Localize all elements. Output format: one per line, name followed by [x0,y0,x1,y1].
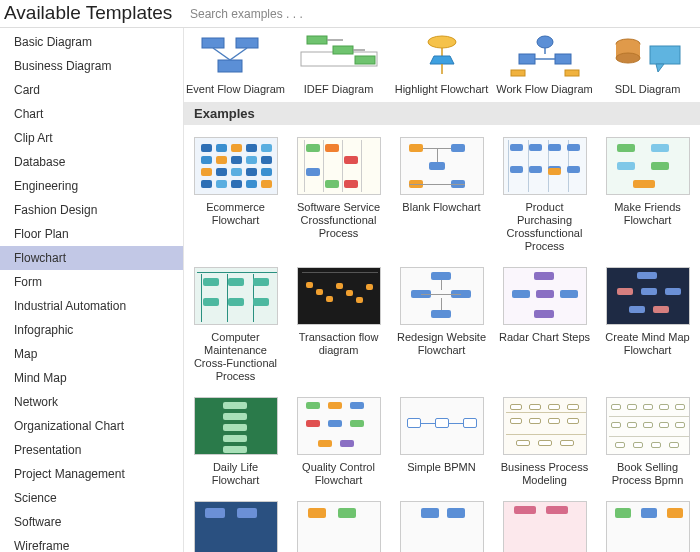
example-book-selling-process-bpmn[interactable]: Book Selling Process Bpmn [596,397,699,501]
example-thumbnail [606,137,690,195]
example-thumbnail [400,137,484,195]
example-label: Radar Chart Steps [497,331,592,357]
sidebar-item-clip-art[interactable]: Clip Art [0,126,183,150]
example-thumbnail [194,397,278,455]
template-type-event-flow-diagram[interactable]: Event Flow Diagram [184,28,287,102]
example-label: Product Purchasing Crossfunctional Proce… [497,201,592,253]
sidebar-item-business-diagram[interactable]: Business Diagram [0,54,183,78]
example-thumbnail [400,397,484,455]
example-thumbnail [194,137,278,195]
template-type-work-flow-diagram[interactable]: Work Flow Diagram [493,28,596,102]
page-title: Available Templates [0,2,184,26]
example-ecommerce-flowchart[interactable]: Ecommerce Flowchart [184,137,287,267]
svg-rect-2 [218,60,242,72]
sidebar-item-wireframe[interactable]: Wireframe [0,534,183,552]
example-label: Book Selling Process Bpmn [600,461,695,487]
sidebar-item-floor-plan[interactable]: Floor Plan [0,222,183,246]
sidebar-item-chart[interactable]: Chart [0,102,183,126]
svg-rect-1 [236,38,258,48]
example-simple-bpmn[interactable]: Simple BPMN [390,397,493,501]
example-label: Software Service Crossfunctional Process [291,201,386,240]
sidebar-item-organizational-chart[interactable]: Organizational Chart [0,414,183,438]
svg-point-24 [616,53,640,63]
example-quality-control-flowchart[interactable]: Quality Control Flowchart [287,397,390,501]
example-label: Computer Maintenance Cross-Functional Pr… [188,331,283,383]
example-label: Blank Flowchart [394,201,489,227]
example-transaction-flow-diagram[interactable]: Transaction flow diagram [287,267,390,397]
header-bar: Available Templates [0,0,700,28]
example-label: Make Friends Flowchart [600,201,695,227]
sidebar-item-basic-diagram[interactable]: Basic Diagram [0,30,183,54]
template-type-idef-diagram[interactable]: IDEF Diagram [287,28,390,102]
sidebar-item-flowchart[interactable]: Flowchart [0,246,183,270]
example-label: Daily Life Flowchart [188,461,283,487]
sidebar-item-infographic[interactable]: Infographic [0,318,183,342]
example-label: Business Process Modeling [497,461,592,487]
example-thumbnail [503,137,587,195]
example-blank-flowchart[interactable]: Blank Flowchart [390,137,493,267]
examples-section-header: Examples [184,102,700,125]
svg-line-4 [230,48,247,60]
svg-marker-13 [430,56,454,64]
example-partial[interactable] [184,501,287,552]
sidebar: Basic DiagramBusiness DiagramCardChartCl… [0,28,184,552]
example-business-process-modeling[interactable]: Business Process Modeling [493,397,596,501]
svg-point-15 [537,36,553,48]
sidebar-item-science[interactable]: Science [0,486,183,510]
example-partial[interactable] [287,501,390,552]
example-thumbnail [194,267,278,325]
example-software-service-crossfunctional-process[interactable]: Software Service Crossfunctional Process [287,137,390,267]
example-thumbnail [400,501,484,552]
example-thumbnail [297,137,381,195]
example-partial[interactable] [596,501,699,552]
example-thumbnail [606,501,690,552]
svg-line-3 [213,48,230,60]
sidebar-item-project-management[interactable]: Project Management [0,462,183,486]
template-type-highlight-flowchart[interactable]: Highlight Flowchart [390,28,493,102]
example-computer-maintenance-cross-functional-process[interactable]: Computer Maintenance Cross-Functional Pr… [184,267,287,397]
example-label: Quality Control Flowchart [291,461,386,487]
sidebar-item-network[interactable]: Network [0,390,183,414]
sidebar-item-industrial-automation[interactable]: Industrial Automation [0,294,183,318]
example-partial[interactable] [493,501,596,552]
main-panel: Event Flow DiagramIDEF DiagramHighlight … [184,28,700,552]
example-label: Create Mind Map Flowchart [600,331,695,357]
svg-rect-0 [202,38,224,48]
examples-grid: Ecommerce FlowchartSoftware Service Cros… [184,125,700,552]
example-thumbnail [606,267,690,325]
example-product-purchasing-crossfunctional-process[interactable]: Product Purchasing Crossfunctional Proce… [493,137,596,267]
sidebar-item-mind-map[interactable]: Mind Map [0,366,183,390]
svg-rect-6 [307,36,327,44]
example-create-mind-map-flowchart[interactable]: Create Mind Map Flowchart [596,267,699,397]
template-type-label: SDL Diagram [596,82,699,96]
sidebar-item-map[interactable]: Map [0,342,183,366]
example-daily-life-flowchart[interactable]: Daily Life Flowchart [184,397,287,501]
example-label: Simple BPMN [394,461,489,487]
idef-icon [294,32,384,80]
highlight-icon [397,32,487,80]
example-redesign-website-flowchart[interactable]: Redesign Website Flowchart [390,267,493,397]
example-thumbnail [503,501,587,552]
example-thumbnail [606,397,690,455]
example-thumbnail [400,267,484,325]
search-input[interactable] [184,2,700,25]
example-radar-chart-steps[interactable]: Radar Chart Steps [493,267,596,397]
svg-rect-8 [355,56,375,64]
svg-rect-21 [565,70,579,76]
example-partial[interactable] [390,501,493,552]
sidebar-item-presentation[interactable]: Presentation [0,438,183,462]
template-type-label: Work Flow Diagram [493,82,596,96]
sidebar-item-card[interactable]: Card [0,78,183,102]
sidebar-item-fashion-design[interactable]: Fashion Design [0,198,183,222]
sidebar-item-software[interactable]: Software [0,510,183,534]
eventflow-icon [191,32,281,80]
template-type-sdl-diagram[interactable]: SDL Diagram [596,28,699,102]
svg-marker-26 [656,64,664,72]
sidebar-item-form[interactable]: Form [0,270,183,294]
example-make-friends-flowchart[interactable]: Make Friends Flowchart [596,137,699,267]
template-type-label: Highlight Flowchart [390,82,493,96]
svg-rect-17 [519,54,535,64]
sidebar-item-database[interactable]: Database [0,150,183,174]
svg-point-11 [428,36,456,48]
sidebar-item-engineering[interactable]: Engineering [0,174,183,198]
